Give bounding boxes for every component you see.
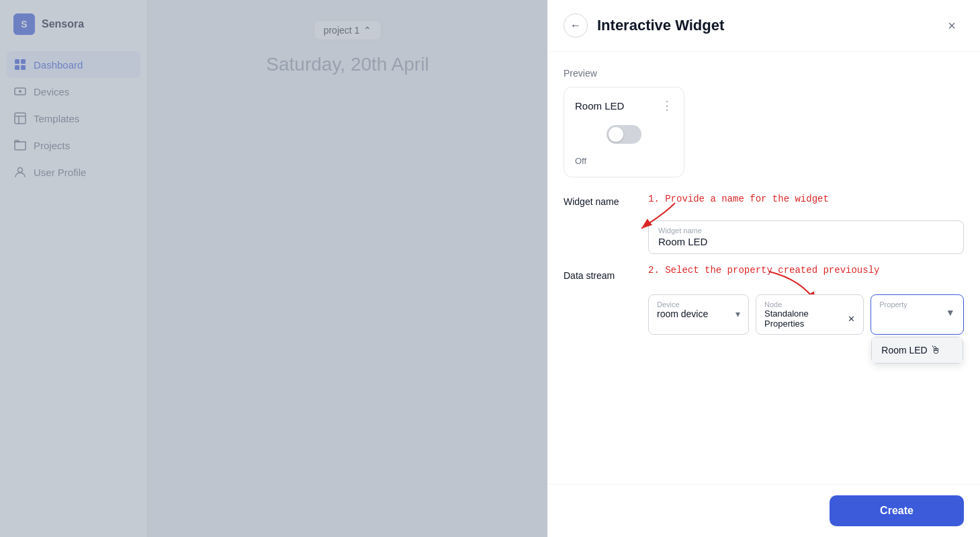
annotation-arrow-1 (641, 203, 682, 230)
preview-status: Off (575, 156, 673, 166)
device-dropdown-arrow-icon: ▾ (736, 308, 740, 319)
preview-card-header: Room LED ⋮ (575, 98, 673, 113)
data-stream-label: Data stream (564, 265, 637, 281)
device-dropdown-value: room device (657, 308, 708, 319)
property-dropdown-label: Property (879, 300, 955, 308)
widget-name-section-label: Widget name (564, 194, 637, 207)
back-button[interactable]: ← (564, 13, 588, 38)
toggle-knob (609, 127, 623, 142)
node-dropdown-label: Node (764, 300, 855, 308)
node-dropdown[interactable]: Node Standalone Properties ✕ (756, 294, 864, 335)
node-dropdown-close-icon[interactable]: ✕ (848, 314, 855, 324)
cursor-icon: 🖱 (930, 344, 941, 356)
widget-name-input-label: Widget name (658, 226, 954, 235)
led-toggle[interactable] (607, 125, 641, 144)
device-dropdown-label: Device (657, 300, 740, 308)
property-option-room-led[interactable]: Room LED 🖱 (872, 337, 963, 363)
left-panel: S Sensora Dashboard Devices (0, 0, 547, 537)
close-button[interactable]: × (940, 13, 964, 38)
preview-card: Room LED ⋮ Off (564, 87, 684, 177)
preview-more-icon[interactable]: ⋮ (661, 98, 673, 113)
data-stream-annotation: 2. Select the property created previousl… (648, 265, 879, 276)
panel-body: Preview Room LED ⋮ Off Widget name 1. Pr… (547, 52, 980, 484)
preview-card-title: Room LED (575, 100, 624, 112)
panel-title: Interactive Widget (597, 17, 930, 34)
create-button[interactable]: Create (830, 495, 964, 526)
property-dropdown-arrow-icon: ▲ (946, 308, 955, 319)
widget-name-input[interactable] (658, 236, 954, 247)
widget-name-input-wrapper: Widget name (648, 220, 964, 254)
node-dropdown-value: Standalone Properties (764, 308, 848, 329)
preview-label: Preview (564, 68, 964, 79)
device-dropdown[interactable]: Device room device ▾ (648, 294, 749, 335)
property-dropdown-menu: Room LED 🖱 (871, 337, 963, 364)
overlay (0, 0, 547, 537)
dropdowns-row: Device room device ▾ Node Standalone Pro… (648, 294, 964, 335)
create-btn-row: Create (547, 484, 980, 537)
property-dropdown[interactable]: Property ▲ Room LED 🖱 (871, 294, 964, 335)
panel-header: ← Interactive Widget × (547, 0, 980, 52)
interactive-widget-panel: ← Interactive Widget × Preview Room LED … (547, 0, 980, 537)
toggle-container (575, 120, 673, 149)
